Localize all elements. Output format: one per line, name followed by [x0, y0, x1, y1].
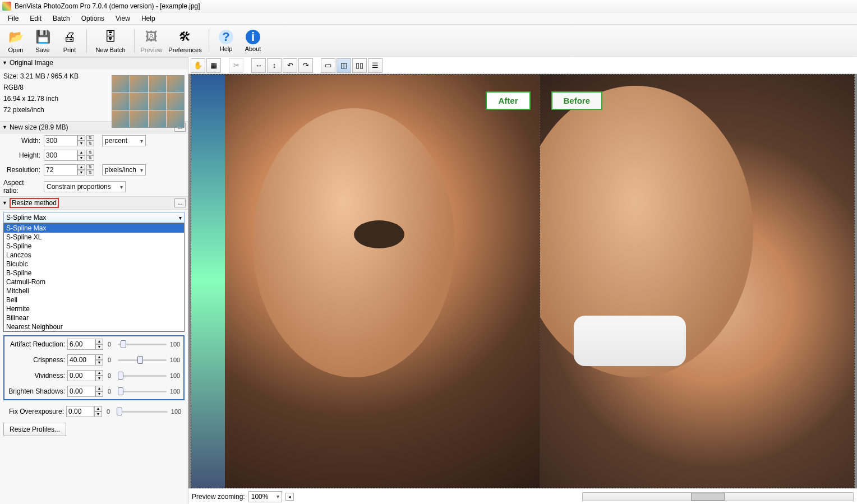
- print-button[interactable]: 🖨Print: [56, 26, 83, 56]
- resize-method-option[interactable]: S-Spline: [4, 242, 184, 251]
- preview-area[interactable]: After Before: [188, 74, 857, 488]
- rotate-left-button[interactable]: ↶: [283, 58, 297, 73]
- resize-method-option[interactable]: Hermite: [4, 304, 184, 313]
- navigator-strip[interactable]: [191, 75, 225, 488]
- before-badge: Before: [551, 91, 603, 110]
- menu-bar: File Edit Batch Options View Help: [0, 12, 857, 25]
- resize-method-option[interactable]: Lanczos: [4, 251, 184, 260]
- height-link-toggle[interactable]: ⇅⇅: [86, 150, 94, 161]
- help-button[interactable]: ?Help: [213, 26, 239, 56]
- artifact-reduction-label: Artifact Reduction:: [7, 340, 67, 348]
- artifact-reduction-slider[interactable]: [118, 339, 167, 349]
- resize-method-option[interactable]: B-Spline: [4, 269, 184, 278]
- resize-method-option[interactable]: S-Spline Max: [4, 224, 184, 233]
- resize-method-option[interactable]: Bicubic: [4, 260, 184, 269]
- resize-method-option[interactable]: S-Spline XL: [4, 233, 184, 242]
- height-spinner[interactable]: ▲▼: [77, 150, 85, 161]
- preview-before[interactable]: Before: [540, 75, 855, 488]
- width-spinner[interactable]: ▲▼: [77, 135, 85, 146]
- bottom-bar: Preview zooming: 100% ◂: [188, 488, 857, 504]
- title-bar: BenVista PhotoZoom Pro 7.0.4 (demo versi…: [0, 0, 857, 12]
- fix-overexposure-slider[interactable]: [117, 406, 168, 417]
- size-unit-select[interactable]: percent: [102, 135, 146, 146]
- resolution-label: Resolution:: [3, 166, 44, 174]
- rotate-right-button[interactable]: ↷: [298, 58, 313, 73]
- menu-batch[interactable]: Batch: [47, 13, 76, 24]
- view-stacked-button[interactable]: ☰: [368, 58, 383, 73]
- resize-method-option[interactable]: Catmull-Rom: [4, 278, 184, 286]
- flip-vertical-button[interactable]: ↕: [267, 58, 282, 73]
- menu-file[interactable]: File: [2, 13, 24, 24]
- resize-method-header[interactable]: ▼ Resize method ...: [0, 196, 188, 210]
- crispness-slider[interactable]: [118, 355, 167, 365]
- brighten-shadows-spinner[interactable]: ▲▼: [95, 386, 103, 397]
- print-icon: 🖨: [61, 29, 78, 45]
- vividness-label: Vividness:: [7, 372, 67, 380]
- flip-horizontal-button[interactable]: ↔: [251, 58, 266, 73]
- save-button[interactable]: 💾Save: [29, 26, 56, 56]
- after-badge: After: [486, 91, 530, 110]
- resolution-spinner[interactable]: ▲▼: [77, 164, 85, 175]
- hand-tool-button[interactable]: ✋: [191, 58, 205, 73]
- new-batch-button[interactable]: 🗄New Batch: [90, 26, 131, 56]
- resolution-link-toggle[interactable]: ⇅⇅: [86, 164, 94, 175]
- resize-method-dropdown[interactable]: S-Spline MaxS-Spline XLS-SplineLanczosBi…: [3, 223, 185, 332]
- resolution-unit-select[interactable]: pixels/inch: [102, 164, 146, 175]
- vividness-input[interactable]: [67, 370, 95, 381]
- brighten-shadows-input[interactable]: [67, 386, 95, 397]
- preview-after[interactable]: After: [225, 75, 540, 488]
- resize-method-option[interactable]: Nearest Neighbour: [4, 322, 184, 331]
- brighten-shadows-slider[interactable]: [118, 386, 167, 396]
- fine-tune-params: Artifact Reduction: ▲▼ 0 100 Crispness: …: [3, 335, 185, 400]
- marquee-tool-button[interactable]: ▦: [206, 58, 221, 73]
- toolbar-separator: [209, 29, 209, 53]
- folder-open-icon: 📂: [7, 29, 24, 45]
- horizontal-scrollbar[interactable]: [582, 492, 854, 501]
- save-icon: 💾: [34, 29, 51, 45]
- about-button[interactable]: iAbout: [239, 26, 266, 56]
- resize-method-option[interactable]: Bell: [4, 295, 184, 304]
- resize-method-combo[interactable]: S-Spline Max S-Spline MaxS-Spline XLS-Sp…: [3, 212, 185, 332]
- vividness-spinner[interactable]: ▲▼: [95, 370, 103, 381]
- vividness-slider[interactable]: [118, 371, 167, 381]
- right-panel: ✋ ▦ ✂ ↔ ↕ ↶ ↷ ▭ ◫ ▯▯ ☰ After: [188, 57, 857, 504]
- resize-method-option[interactable]: Mitchell: [4, 286, 184, 295]
- crispness-input[interactable]: [67, 354, 95, 366]
- preferences-button[interactable]: 🛠Preferences: [165, 26, 205, 56]
- zoom-history-button[interactable]: ◂: [285, 493, 294, 501]
- fix-overexposure-spinner[interactable]: ▲▼: [94, 406, 102, 417]
- resolution-input[interactable]: [44, 164, 77, 175]
- resize-method-option[interactable]: Bilinear: [4, 313, 184, 322]
- artifact-reduction-spinner[interactable]: ▲▼: [95, 339, 103, 350]
- preferences-icon: 🛠: [177, 29, 193, 45]
- open-button[interactable]: 📂Open: [2, 26, 29, 56]
- view-side-by-side-button[interactable]: ▯▯: [352, 58, 367, 73]
- menu-view[interactable]: View: [110, 13, 136, 24]
- view-split-button[interactable]: ◫: [337, 58, 351, 73]
- menu-options[interactable]: Options: [76, 13, 110, 24]
- artifact-reduction-input[interactable]: [67, 339, 95, 350]
- aspect-ratio-select[interactable]: Constrain proportions: [44, 181, 126, 192]
- original-image-header[interactable]: ▼ Original Image: [0, 57, 188, 68]
- main-toolbar: 📂Open 💾Save 🖨Print 🗄New Batch 🖼Preview 🛠…: [0, 25, 857, 57]
- view-single-button[interactable]: ▭: [321, 58, 335, 73]
- width-input[interactable]: [44, 135, 77, 146]
- resize-profiles-button[interactable]: Resize Profiles...: [3, 423, 66, 436]
- height-input[interactable]: [44, 150, 77, 161]
- preview-zoom-select[interactable]: 100%: [248, 491, 282, 502]
- collapse-icon: ▼: [2, 200, 7, 206]
- left-panel: ▼ Original Image Size: 3.21 MB / 965.4 K…: [0, 57, 188, 504]
- resize-method-options-button[interactable]: ...: [174, 198, 186, 207]
- thumbnail[interactable]: [112, 75, 185, 128]
- info-icon: i: [246, 30, 260, 44]
- crispness-spinner[interactable]: ▲▼: [95, 354, 103, 366]
- crop-button: ✂: [229, 58, 243, 73]
- menu-help[interactable]: Help: [136, 13, 161, 24]
- fix-overexposure-input[interactable]: [66, 406, 94, 417]
- batch-icon: 🗄: [102, 29, 119, 45]
- width-link-toggle[interactable]: ⇅⇅: [86, 135, 94, 146]
- menu-edit[interactable]: Edit: [24, 13, 47, 24]
- collapse-icon: ▼: [2, 124, 7, 130]
- resize-method-selected[interactable]: S-Spline Max: [3, 212, 185, 223]
- preview-zoom-label: Preview zooming:: [192, 493, 245, 501]
